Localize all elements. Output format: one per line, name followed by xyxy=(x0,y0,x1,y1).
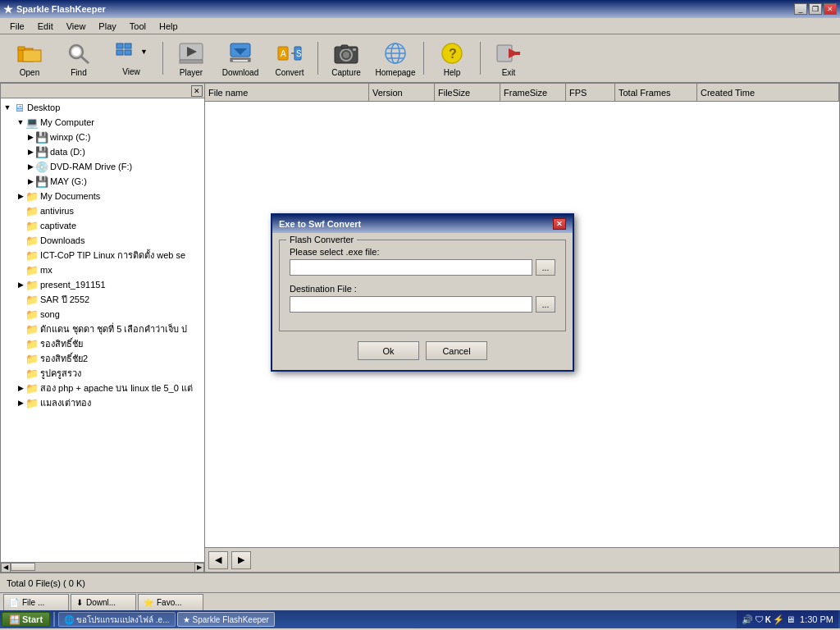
restore-button[interactable]: ❐ xyxy=(809,3,822,15)
svg-rect-16 xyxy=(233,60,248,62)
tree-toggle-desktop[interactable]: ▼ xyxy=(2,103,12,112)
taskbar-app-1[interactable]: 🌐 ขอโปรแกรมแปลงไฟล์ .e... xyxy=(58,612,175,627)
col-version[interactable]: Version xyxy=(369,84,435,101)
tree-toggle-present[interactable]: ▶ xyxy=(16,281,25,289)
view-button[interactable]: ▼ View xyxy=(105,37,158,80)
nav-back-button[interactable]: ◀ xyxy=(208,551,228,569)
tree-toggle-phpapache[interactable]: ▶ xyxy=(16,384,25,392)
tree-item-sar[interactable]: 📁 SAR ปี 2552 xyxy=(2,292,203,307)
tree-item-phpapache[interactable]: ▶ 📁 สอง php + apache บน linux tle 5_0 แต… xyxy=(2,381,203,395)
tree-toggle-mayg[interactable]: ▶ xyxy=(25,177,35,185)
dialog-close-button[interactable]: ✕ xyxy=(553,218,566,230)
scroll-thumb[interactable] xyxy=(11,563,35,571)
tree-item-mycomputer[interactable]: ▼ 💻 My Computer xyxy=(2,115,203,130)
file-tree[interactable]: ▼ 🖥 Desktop ▼ 💻 My Computer ▶ 💾 winxp (C… xyxy=(1,98,204,562)
col-filename[interactable]: File name xyxy=(205,84,369,101)
tab-file[interactable]: 📄 File ... xyxy=(3,594,69,610)
find-button[interactable]: Find xyxy=(56,37,102,80)
h-scrollbar[interactable]: ◀ ▶ xyxy=(1,562,204,572)
dest-file-input[interactable] xyxy=(290,296,532,313)
close-button[interactable]: ✕ xyxy=(824,3,837,15)
start-button[interactable]: 🪟 Start xyxy=(2,612,50,627)
tree-item-winxp[interactable]: ▶ 💾 winxp (C:) xyxy=(2,130,203,144)
tab-download-label: Downl... xyxy=(86,598,116,607)
exit-button[interactable]: Exit xyxy=(486,37,532,80)
col-framesize[interactable]: FrameSize xyxy=(500,84,566,101)
nav-forward-button[interactable]: ▶ xyxy=(231,551,251,569)
open-label: Open xyxy=(20,68,39,77)
menu-tool[interactable]: Tool xyxy=(123,20,153,33)
download-label: Download xyxy=(222,68,258,77)
tree-item-song[interactable]: 📁 song xyxy=(2,307,203,322)
tree-toggle-maengdao[interactable]: ▶ xyxy=(16,399,25,407)
tab-favorites-icon: ⭐ xyxy=(144,598,153,607)
convert-button[interactable]: A S Convert xyxy=(267,37,313,80)
tree-item-mydocs[interactable]: ▶ 📁 My Documents xyxy=(2,189,203,203)
col-totalframes[interactable]: Total Frames xyxy=(615,84,697,101)
tree-item-dvdram[interactable]: ▶ 💿 DVD-RAM Drive (F:) xyxy=(2,159,203,174)
col-filesize[interactable]: FileSize xyxy=(435,84,500,101)
dialog-group: Flash Converter Please select .exe file:… xyxy=(279,240,566,331)
clock: 1:30 PM xyxy=(800,614,833,624)
view-icon xyxy=(115,40,138,63)
exe-browse-button[interactable]: ... xyxy=(536,259,555,276)
download-button[interactable]: Download xyxy=(217,37,263,80)
open-button[interactable]: Open xyxy=(7,37,52,80)
exe-file-input[interactable] xyxy=(290,259,532,276)
dialog-ok-button[interactable]: Ok xyxy=(358,341,419,360)
scroll-track[interactable] xyxy=(11,563,194,572)
menu-view[interactable]: View xyxy=(60,20,93,33)
col-createdtime[interactable]: Created Time xyxy=(697,84,839,101)
tab-download[interactable]: ⬇ Downl... xyxy=(71,594,136,610)
tree-item-rights2[interactable]: 📁 รองสิทธิ์ชัย2 xyxy=(2,351,203,366)
menu-file[interactable]: File xyxy=(3,20,31,33)
capture-button[interactable]: Capture xyxy=(323,37,369,80)
dialog-cancel-button[interactable]: Cancel xyxy=(426,341,487,360)
tree-toggle-mydocs[interactable]: ▶ xyxy=(16,192,25,200)
tree-item-downloads[interactable]: 📁 Downloads xyxy=(2,233,203,248)
menu-help[interactable]: Help xyxy=(153,20,185,33)
file-list-header: File name Version FileSize FrameSize FPS… xyxy=(205,84,839,102)
tree-toggle-data[interactable]: ▶ xyxy=(25,148,35,156)
homepage-label: Homepage xyxy=(376,68,416,77)
dest-browse-button[interactable]: ... xyxy=(536,296,555,313)
tree-item-rupcru[interactable]: 📁 รูปครูสรวง xyxy=(2,366,203,381)
svg-rect-25 xyxy=(341,45,348,48)
tree-item-mx[interactable]: 📁 mx xyxy=(2,262,203,277)
help-button[interactable]: ? Help xyxy=(429,37,475,80)
folder-maengdao-icon: 📁 xyxy=(25,396,39,409)
taskbar-app-2[interactable]: ★ Sparkle FlashKeeper xyxy=(177,612,275,627)
tree-toggle-dvdram[interactable]: ▶ xyxy=(25,162,35,171)
tree-label-song: song xyxy=(40,309,60,319)
svg-rect-12 xyxy=(180,60,203,63)
scroll-right-button[interactable]: ▶ xyxy=(194,563,204,573)
tree-toggle-winxp[interactable]: ▶ xyxy=(25,133,35,141)
player-button[interactable]: Player xyxy=(168,37,214,80)
left-panel: ✕ ▼ 🖥 Desktop ▼ 💻 My Computer ▶ 💾 winxp … xyxy=(0,84,205,573)
panel-close-button[interactable]: ✕ xyxy=(191,85,203,97)
tree-item-desktop[interactable]: ▼ 🖥 Desktop xyxy=(2,100,203,115)
tree-item-maengdao[interactable]: ▶ 📁 แมลงเต่าทอง xyxy=(2,395,203,410)
scroll-left-button[interactable]: ◀ xyxy=(1,563,11,573)
tree-toggle-mycomputer[interactable]: ▼ xyxy=(16,118,25,126)
minimize-button[interactable]: _ xyxy=(794,3,807,15)
tree-item-captivate[interactable]: 📁 captivate xyxy=(2,218,203,233)
tree-item-data[interactable]: ▶ 💾 data (D:) xyxy=(2,144,203,159)
folder-rights1-icon: 📁 xyxy=(25,337,39,350)
tree-item-present[interactable]: ▶ 📁 present_191151 xyxy=(2,277,203,292)
app-icon: ★ xyxy=(3,3,13,16)
folder-ictcop-icon: 📁 xyxy=(25,249,39,262)
drive-c-icon: 💾 xyxy=(35,130,48,144)
tree-item-mayg[interactable]: ▶ 💾 MAY (G:) xyxy=(2,174,203,189)
col-fps[interactable]: FPS xyxy=(566,84,615,101)
tree-item-dakdan[interactable]: 📁 ดักแดน ชุดดา ชุดที่ 5 เลือกคำว่าเจ็บ ป xyxy=(2,322,203,336)
tree-item-ictcop[interactable]: 📁 ICT-CoP TIP Linux การติดตั้ง web se xyxy=(2,248,203,262)
tree-item-rights1[interactable]: 📁 รองสิทธิ์ชัย xyxy=(2,336,203,351)
help-label: Help xyxy=(444,68,461,77)
menu-play[interactable]: Play xyxy=(92,20,122,33)
svg-line-4 xyxy=(81,57,89,63)
tab-favorites[interactable]: ⭐ Favo... xyxy=(138,594,203,610)
menu-edit[interactable]: Edit xyxy=(31,20,60,33)
tree-item-antivirus[interactable]: 📁 antivirus xyxy=(2,203,203,218)
homepage-button[interactable]: Homepage xyxy=(372,37,418,80)
